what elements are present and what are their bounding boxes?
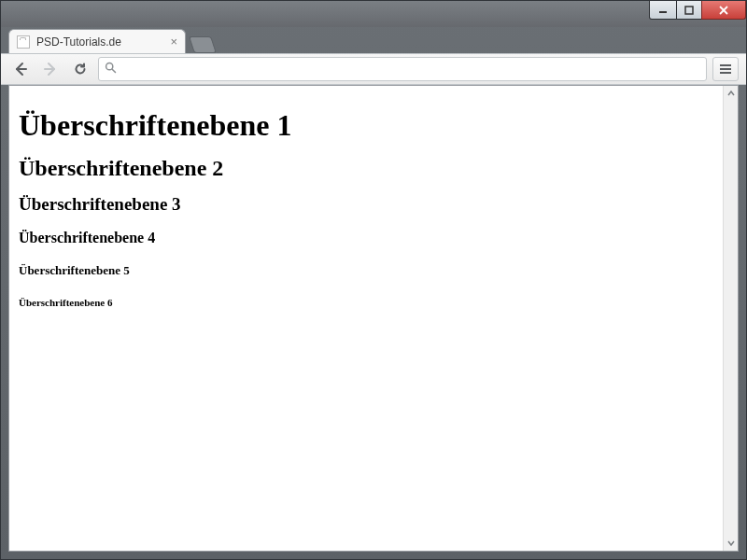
window-minimize-button[interactable]	[649, 1, 677, 20]
scroll-up-button[interactable]	[724, 86, 738, 101]
heading-2: Überschriftenebene 2	[19, 156, 728, 181]
maximize-icon	[684, 6, 694, 15]
new-tab-button[interactable]	[189, 36, 217, 53]
svg-line-7	[112, 69, 115, 72]
window-close-button[interactable]	[701, 1, 746, 20]
vertical-scrollbar[interactable]	[723, 86, 738, 551]
tab-active[interactable]: PSD-Tutorials.de ×	[8, 29, 186, 53]
heading-1: Überschriftenebene 1	[19, 108, 728, 143]
file-icon	[17, 35, 30, 49]
heading-5: Überschriftenebene 5	[19, 263, 728, 278]
heading-6: Überschriftenebene 6	[19, 297, 728, 308]
page-viewport[interactable]: Überschriftenebene 1 Überschriftenebene …	[8, 85, 739, 552]
arrow-right-icon	[43, 62, 58, 77]
viewport-wrap: Überschriftenebene 1 Überschriftenebene …	[1, 85, 746, 559]
browser-window: PSD-Tutorials.de × Überschriftenebene 1	[0, 0, 747, 560]
scroll-down-button[interactable]	[724, 536, 738, 551]
svg-rect-1	[685, 7, 693, 14]
toolbar	[1, 53, 746, 85]
forward-button[interactable]	[38, 57, 63, 81]
minimize-icon	[658, 6, 668, 15]
chevron-up-icon	[727, 91, 735, 96]
search-icon	[105, 61, 117, 77]
chevron-down-icon	[727, 540, 735, 546]
window-maximize-button[interactable]	[676, 1, 702, 20]
menu-button[interactable]	[712, 57, 739, 81]
hamburger-icon	[719, 63, 732, 75]
tab-strip: PSD-Tutorials.de ×	[1, 27, 746, 53]
heading-3: Überschriftenebene 3	[19, 194, 728, 215]
tab-title: PSD-Tutorials.de	[36, 35, 163, 49]
url-input[interactable]	[122, 63, 700, 77]
window-titlebar[interactable]	[1, 1, 746, 27]
back-button[interactable]	[8, 57, 33, 81]
heading-4: Überschriftenebene 4	[19, 230, 728, 246]
tab-close-button[interactable]: ×	[170, 35, 177, 48]
address-bar[interactable]	[98, 57, 707, 81]
close-icon	[719, 6, 728, 15]
arrow-left-icon	[13, 62, 28, 77]
page-body: Überschriftenebene 1 Überschriftenebene …	[9, 86, 738, 336]
reload-button[interactable]	[68, 57, 92, 81]
window-controls	[650, 1, 746, 20]
reload-icon	[73, 62, 88, 77]
